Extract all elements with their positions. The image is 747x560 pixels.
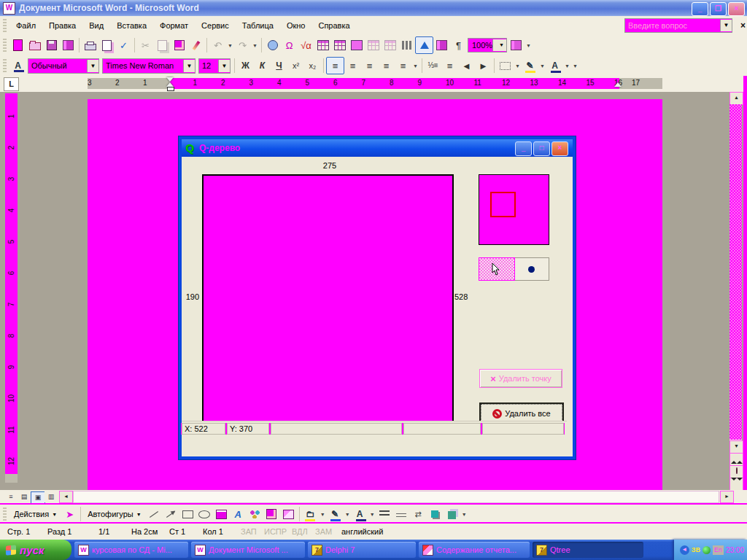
chevron-down-icon[interactable]: ▼ [183, 60, 195, 72]
numbered-list-button[interactable]: ⅓≡ [425, 58, 441, 74]
qtree-close-button[interactable]: × [551, 141, 568, 156]
right-indent-marker[interactable] [614, 82, 622, 87]
qtree-maximize-button[interactable]: □ [533, 141, 550, 156]
draw-font-color-button[interactable]: А [352, 506, 368, 522]
menu-format[interactable]: Формат [153, 18, 195, 33]
spelling-button[interactable]: ✓ [115, 37, 132, 53]
dash-style-button[interactable] [393, 506, 410, 522]
borders-button[interactable] [497, 58, 514, 74]
arrow-style-button[interactable]: ⇄ [410, 506, 427, 522]
status-mode-rec[interactable]: ЗАП [241, 527, 264, 536]
font-combobox[interactable]: Times New Roman ▼ [102, 58, 196, 74]
restore-button[interactable]: ❐ [710, 2, 727, 16]
status-mode-trk[interactable]: ИСПР [264, 527, 292, 536]
delete-point-button[interactable]: × Удалить точку [479, 369, 562, 388]
font-size-combobox[interactable]: 12 ▼ [198, 58, 231, 74]
zoom-combobox[interactable]: 100% ▼ [468, 38, 507, 52]
style-combobox[interactable]: Обычный ▼ [28, 58, 99, 74]
next-page-button[interactable] [729, 478, 743, 490]
fill-color-button[interactable]: 🗀 [302, 506, 319, 522]
chevron-down-icon[interactable]: ▼ [218, 60, 230, 72]
taskbar-item-qtree[interactable]: 7 Qtree [533, 542, 643, 558]
tab-selector[interactable]: L [4, 77, 19, 91]
qtree-minimize-button[interactable]: _ [515, 141, 532, 156]
scroll-left-icon[interactable]: ◄ [59, 491, 73, 503]
equation-button[interactable]: √α [298, 37, 314, 53]
vertical-scroll-track[interactable] [729, 104, 742, 440]
insert-picture-button[interactable] [280, 506, 297, 522]
highlight-button[interactable]: ✎ [522, 58, 538, 74]
insert-table-button[interactable] [331, 37, 348, 53]
insert-symbol-button[interactable]: Ω [281, 37, 298, 53]
menu-file[interactable]: Файл [9, 18, 42, 33]
horizontal-scroll-track[interactable] [73, 491, 719, 503]
highlight-dropdown-icon[interactable]: ▼ [538, 58, 546, 74]
line-color-dropdown-icon[interactable]: ▼ [344, 506, 352, 522]
menu-window[interactable]: Окно [280, 18, 312, 33]
status-mode-ext[interactable]: ВДЛ [292, 527, 315, 536]
toolbar-options-icon[interactable]: ▼ [460, 506, 468, 522]
clock[interactable]: 23:00 [726, 546, 744, 554]
shadow-style-button[interactable] [427, 506, 444, 522]
toolbar-grip[interactable] [3, 19, 7, 32]
web-layout-button[interactable]: ▤ [18, 491, 31, 502]
autoshapes-button[interactable]: Автофигуры ▼ [83, 508, 146, 521]
status-mode-ovr[interactable]: ЗАМ [315, 527, 341, 536]
new-document-button[interactable] [9, 37, 26, 53]
hide-icons-icon[interactable]: ◄ [680, 545, 689, 555]
previous-page-button[interactable] [729, 453, 743, 466]
first-line-indent-marker[interactable] [166, 77, 174, 82]
horizontal-ruler[interactable]: 3211234567891011121314151617 [88, 78, 662, 89]
taskbar-item-delphi[interactable]: 7 Delphi 7 [308, 542, 416, 558]
drawing-toolbar-button[interactable] [415, 36, 433, 54]
vertical-scrollbar[interactable]: ▲ ▼ [729, 92, 742, 490]
hyperlink-button[interactable] [264, 37, 281, 53]
select-tool-button[interactable] [479, 257, 515, 281]
open-button[interactable] [26, 37, 43, 53]
print-layout-button[interactable]: ▣ [31, 491, 45, 504]
increase-indent-button[interactable]: ► [475, 58, 492, 74]
line-spacing-button[interactable]: ≡ [395, 58, 411, 74]
menubar-close-icon[interactable]: × [740, 20, 746, 31]
clip-art-button[interactable] [263, 506, 280, 522]
redo-button[interactable]: ↷ [234, 37, 251, 53]
insert-excel-button[interactable] [348, 37, 365, 53]
chevron-down-icon[interactable]: ▼ [720, 20, 732, 31]
align-right-button[interactable]: ≡ [361, 58, 378, 74]
text-box-button[interactable] [213, 506, 230, 522]
line-style-button[interactable] [376, 506, 393, 522]
keyboard-indicator-icon[interactable]: ЗВ [692, 546, 700, 553]
format-painter-button[interactable] [187, 37, 204, 53]
subscript-button[interactable]: x₂ [304, 58, 321, 74]
normal-view-button[interactable]: ≡ [4, 491, 18, 502]
point-tool-button[interactable] [515, 257, 550, 281]
qtree-titlebar[interactable]: Q Q-дерево _ □ × [182, 139, 573, 157]
bold-button[interactable]: Ж [237, 58, 254, 74]
decrease-indent-button[interactable]: ◄ [458, 58, 475, 74]
columns-button[interactable] [398, 37, 415, 53]
tables-borders-button[interactable] [314, 37, 331, 53]
qtree-canvas[interactable] [202, 174, 454, 424]
print-button[interactable] [82, 37, 98, 53]
font-color-dropdown-icon[interactable]: ▼ [368, 506, 376, 522]
toolbar-grip[interactable] [3, 39, 7, 52]
close-button[interactable]: × [728, 2, 745, 16]
toolbar-grip[interactable] [3, 508, 7, 521]
print-preview-button[interactable] [98, 37, 115, 53]
font-color-button[interactable]: А [546, 58, 563, 74]
taskbar-item-report[interactable]: Содержание отчета... [419, 542, 530, 558]
qtree-overview-box[interactable] [479, 174, 549, 245]
threed-style-button[interactable] [444, 506, 460, 522]
menu-view[interactable]: Вид [82, 18, 110, 33]
cut-button[interactable]: ✂ [137, 37, 154, 53]
messenger-icon[interactable] [703, 546, 711, 554]
chevron-down-icon[interactable]: ▼ [492, 39, 506, 51]
menu-insert[interactable]: Вставка [110, 18, 153, 33]
line-spacing-dropdown-icon[interactable]: ▼ [411, 58, 419, 74]
font-color-dropdown-icon[interactable]: ▼ [563, 58, 571, 74]
scroll-right-icon[interactable]: ► [720, 491, 734, 503]
document-map-button[interactable] [433, 37, 450, 53]
wordart-button[interactable]: А [230, 506, 247, 522]
toolbar-options-icon[interactable]: ▼ [525, 37, 533, 53]
menu-edit[interactable]: Правка [42, 18, 82, 33]
